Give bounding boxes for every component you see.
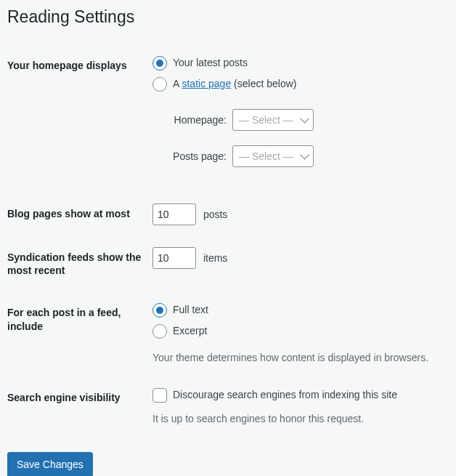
save-changes-button[interactable]: Save Changes (7, 452, 93, 476)
homepage-select[interactable]: — Select — (232, 109, 314, 131)
radio-full-text-label: Full text (173, 302, 208, 318)
blog-pages-label: Blog pages show at most (7, 193, 152, 236)
radio-static-page[interactable] (152, 77, 167, 92)
homepage-select-label: Homepage: (167, 113, 232, 128)
seo-note: It is up to search engines to honor this… (152, 411, 441, 427)
syndication-label: Syndication feeds show the most recent (7, 236, 152, 291)
seo-label: Search engine visibility (7, 376, 152, 437)
syndication-unit: items (203, 252, 227, 264)
posts-page-select[interactable]: — Select — (232, 145, 314, 167)
radio-excerpt-label: Excerpt (173, 323, 207, 339)
static-page-prefix: A (173, 78, 182, 89)
radio-latest-posts[interactable] (152, 56, 167, 70)
radio-static-page-label: A static page (select below) (173, 76, 296, 92)
homepage-displays-label: Your homepage displays (7, 44, 152, 193)
settings-form: Your homepage displays Your latest posts… (7, 44, 449, 437)
radio-latest-posts-label: Your latest posts (173, 55, 248, 70)
page-title: Reading Settings (7, 7, 449, 27)
feed-note: Your theme determines how content is dis… (152, 350, 441, 366)
posts-page-select-label: Posts page: (167, 149, 232, 164)
blog-pages-input[interactable] (152, 203, 196, 225)
checkbox-discourage-seo-label: Discourage search engines from indexing … (173, 387, 397, 403)
radio-excerpt[interactable] (152, 324, 167, 339)
feed-include-label: For each post in a feed, include (7, 291, 152, 376)
blog-pages-unit: posts (203, 209, 227, 220)
syndication-input[interactable] (152, 247, 196, 269)
checkbox-discourage-seo[interactable] (152, 388, 167, 403)
static-page-link[interactable]: static page (182, 78, 231, 89)
radio-full-text[interactable] (152, 303, 167, 318)
static-page-suffix: (select below) (231, 78, 296, 89)
